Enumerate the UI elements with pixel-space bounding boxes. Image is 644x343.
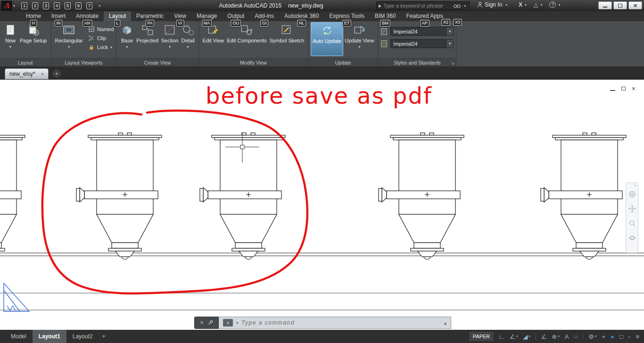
ortho-mode-icon[interactable]: ∟ — [498, 333, 504, 340]
panel-label-layout-viewports: Layout Viewports — [51, 58, 116, 66]
drafting-standard-combobox[interactable]: Imperial24 ▾ — [390, 39, 454, 48]
command-line[interactable]: × > ▾ Type a command ▴ — [194, 317, 451, 329]
tab-autodesk-360[interactable]: Autodesk 360NL — [279, 11, 324, 21]
search-expand-icon[interactable]: ▸ — [379, 2, 381, 9]
tab-view[interactable]: ViewVI — [169, 11, 191, 21]
command-line-grip[interactable]: × — [194, 317, 219, 329]
tab-add-ins[interactable]: Add-insGI — [249, 11, 279, 21]
help-icon[interactable]: ?▾ — [549, 1, 561, 8]
view-style-combobox[interactable]: Imperial24 ▾ — [390, 27, 454, 36]
update-view-button[interactable]: Update View ▾ — [343, 22, 375, 56]
new-drawing-tab-button[interactable]: + — [53, 70, 60, 77]
clip-viewport-button[interactable]: Clip — [88, 35, 114, 41]
command-close-icon[interactable]: × — [200, 319, 203, 326]
app-store-icon[interactable]: △▾ — [534, 1, 544, 8]
polar-tracking-icon[interactable]: ∠▾ — [510, 333, 518, 340]
blue-detail-drawing[interactable] — [4, 283, 29, 311]
object-snap-tracking-icon[interactable]: ∠ — [541, 333, 547, 340]
projected-view-button[interactable]: Projected — [135, 22, 159, 56]
rectangular-viewport-button[interactable]: Rectangular ▾ — [54, 22, 84, 56]
new-layout-tab-button[interactable]: + — [102, 333, 105, 340]
tab-express-tools[interactable]: Express ToolsET — [324, 11, 369, 21]
rectangular-viewport-icon — [62, 24, 75, 37]
clip-label: Clip — [97, 35, 106, 41]
auto-update-button[interactable]: Auto Update — [311, 22, 343, 56]
section-view-button[interactable]: Section ▾ — [160, 22, 180, 56]
paper-space-button[interactable]: PAPER — [470, 332, 493, 341]
named-viewports-button[interactable]: Named — [88, 26, 114, 33]
zoom-icon[interactable] — [628, 220, 636, 227]
annotation-visibility-icon[interactable]: A — [565, 333, 569, 340]
object-snap-icon[interactable]: ⊕▾ — [552, 333, 559, 340]
navigation-bar[interactable]: × — [626, 182, 638, 253]
search-dropdown-icon[interactable]: ▾ — [464, 4, 466, 8]
tab-output[interactable]: OutputOU — [222, 11, 249, 21]
viewport-minimize-icon[interactable] — [610, 90, 615, 91]
isometric-drafting-icon[interactable]: ◢▾ — [523, 333, 530, 340]
dialog-launcher-icon[interactable]: ↘ — [451, 61, 455, 65]
command-input[interactable]: > ▾ Type a command ▴ — [219, 317, 451, 329]
symbol-sketch-button[interactable]: Symbol Sketch — [268, 22, 305, 56]
restore-button[interactable] — [613, 1, 627, 9]
base-view-icon — [120, 24, 133, 37]
recent-commands-icon[interactable]: ▾ — [236, 321, 238, 325]
isolate-objects-icon[interactable]: □ — [619, 333, 623, 340]
vessel-drawing-4[interactable] — [541, 133, 626, 260]
layout2-tab[interactable]: Layout2 — [66, 330, 99, 343]
vessel-drawing-partial[interactable] — [0, 133, 25, 260]
exchange-apps-icon[interactable]: X▾ — [519, 1, 528, 8]
vessel-drawing-1[interactable] — [76, 133, 162, 260]
file-tab-close-icon[interactable]: × — [41, 71, 44, 77]
tab-home[interactable]: HomeH — [21, 11, 46, 21]
viewport-restore-icon[interactable] — [621, 87, 626, 90]
search-input[interactable]: Type a keyword or phrase — [383, 3, 452, 8]
edit-view-button[interactable]: Edit View — [201, 22, 226, 56]
chevron-down-icon[interactable]: ▾ — [446, 40, 453, 48]
file-tab-active[interactable]: new_elsy* × — [5, 68, 49, 79]
drawing-canvas[interactable] — [0, 80, 644, 330]
tab-bim-360[interactable]: BIM 360BM — [370, 11, 401, 21]
binoculars-search-icon[interactable] — [454, 3, 461, 8]
page-setup-button[interactable]: Page Setup — [18, 22, 49, 56]
graphics-performance-icon[interactable]: ● — [611, 333, 614, 340]
app-menu-arrow-icon[interactable]: ▾ — [13, 4, 15, 8]
tab-manage[interactable]: ManageMA — [191, 11, 222, 21]
annotation-autoscale-icon[interactable]: ○ — [574, 333, 578, 340]
viewport-close-icon[interactable]: × — [632, 85, 636, 92]
app-menu-button[interactable]: A — [1, 1, 12, 10]
new-layout-button[interactable]: New ▾ — [2, 22, 18, 56]
detail-view-button[interactable]: Detail ▾ — [180, 22, 196, 56]
layout1-tab[interactable]: Layout1 — [33, 330, 66, 343]
steering-wheel-icon[interactable] — [628, 190, 636, 198]
annotation-monitor-icon[interactable]: + — [602, 333, 605, 340]
model-tab[interactable]: Model — [5, 330, 33, 343]
lock-viewport-button[interactable]: Lock ▾ — [88, 44, 114, 50]
minimize-button[interactable] — [598, 1, 612, 9]
auto-update-label: Auto Update — [313, 38, 341, 44]
tab-insert[interactable]: InsertIN — [46, 11, 71, 21]
qat-dropdown-icon[interactable]: ▾ — [99, 4, 100, 8]
tab-annotate[interactable]: AnnotateAN — [71, 11, 104, 21]
orbit-icon[interactable] — [628, 234, 636, 242]
command-history-icon[interactable]: ▴ — [444, 320, 446, 326]
wrench-icon[interactable] — [207, 320, 213, 326]
status-separator — [583, 333, 583, 340]
chevron-down-icon[interactable]: ▾ — [446, 27, 453, 35]
chevron-down-icon: ▾ — [187, 45, 189, 49]
tab-parametric[interactable]: ParametricPA — [131, 11, 169, 21]
pan-icon[interactable] — [628, 205, 636, 212]
customization-icon[interactable]: ≡ — [636, 333, 639, 340]
qat-keytip: 3 — [43, 2, 49, 9]
edit-components-button[interactable]: Edit Components — [225, 22, 268, 56]
navbar-close-icon[interactable]: × — [634, 183, 636, 188]
close-button[interactable]: × — [628, 1, 642, 9]
tab-layout[interactable]: LayoutL — [104, 11, 131, 21]
workspace-settings-icon[interactable]: ⚙▾ — [588, 333, 596, 340]
vessel-drawing-3[interactable] — [379, 133, 464, 260]
drawing-area[interactable]: before save as pdf × × — [0, 80, 644, 330]
clean-screen-icon[interactable]: ▫ — [628, 333, 631, 340]
status-toggles: PAPER ∟ ∠▾ ◢▾ ∠ ⊕▾ A ○ ⚙▾ + ● □ ▫ ≡ — [470, 332, 644, 341]
rail-lines[interactable] — [0, 253, 644, 310]
base-view-button[interactable]: Base ▾ — [119, 22, 135, 56]
sign-in-button[interactable]: Sign In ▾ — [477, 1, 509, 8]
